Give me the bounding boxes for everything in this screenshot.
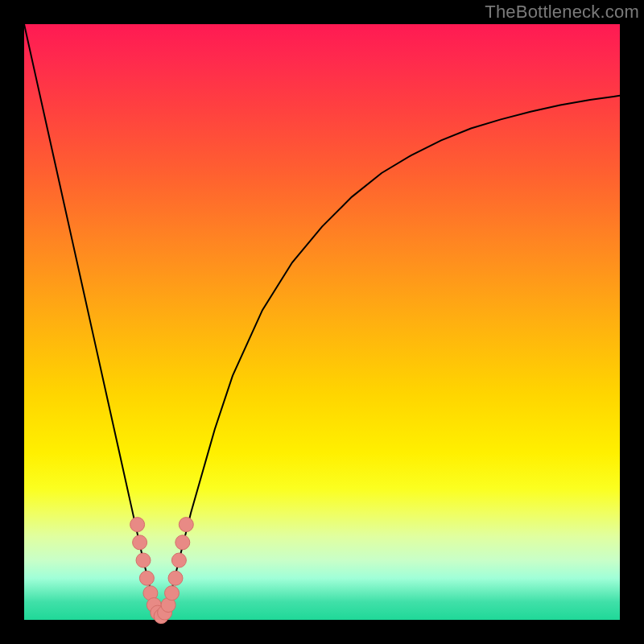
bottleneck-curve [24,24,620,620]
data-marker [139,571,154,585]
chart-svg [24,24,620,620]
data-marker [168,571,183,585]
curve-layer [24,24,620,620]
watermark-text: TheBottleneck.com [485,2,639,23]
marker-layer [130,518,194,624]
data-marker [179,518,193,532]
data-marker [175,535,190,550]
data-marker [133,535,147,550]
data-marker [130,518,145,532]
data-marker [171,553,186,568]
data-marker [165,586,180,601]
data-marker [136,553,151,568]
chart-frame: TheBottleneck.com [0,0,644,644]
